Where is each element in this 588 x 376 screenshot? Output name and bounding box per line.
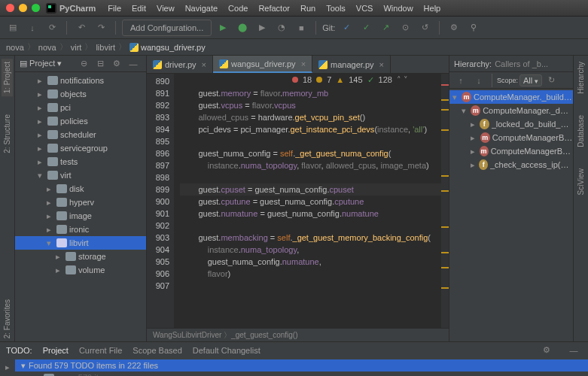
hierarchy-item[interactable]: ▸mComputeManagerBuild — [449, 131, 573, 144]
hierarchy-item[interactable]: ▾mComputeManager._do_bui — [449, 104, 573, 117]
search-icon[interactable]: ⚲ — [465, 20, 482, 36]
tree-arrow-icon[interactable]: ▸ — [38, 117, 45, 126]
open-file-icon[interactable]: ▤ — [5, 20, 21, 36]
breadcrumb-file[interactable]: wangsu_driver.py — [129, 43, 206, 52]
tree-arrow-icon[interactable]: ▸ — [47, 184, 54, 194]
hierarchy-item[interactable]: ▾mComputeManager._build_and — [449, 90, 573, 104]
tree-arrow-icon[interactable]: ▾ — [452, 92, 459, 102]
breadcrumb-item[interactable]: libvirt — [96, 43, 115, 52]
hierarchy-item[interactable]: ▸mComputeManagerBuildIns — [449, 144, 573, 158]
menu-refactor[interactable]: Refactor — [254, 2, 294, 14]
menu-window[interactable]: Window — [379, 2, 417, 14]
todo-tab[interactable]: Scope Based — [133, 346, 181, 355]
project-collapse-icon[interactable]: ⊟ — [92, 56, 108, 72]
git-push-icon[interactable]: ↗ — [377, 20, 394, 36]
menu-edit[interactable]: Edit — [127, 2, 151, 14]
todo-tab[interactable]: Current File — [79, 346, 122, 355]
tree-arrow-icon[interactable]: ▾ — [462, 106, 468, 116]
project-tree-item[interactable]: ▸policies — [15, 114, 146, 128]
tree-arrow-icon[interactable]: ▾ — [33, 373, 41, 377]
undo-icon[interactable]: ↶ — [73, 20, 90, 36]
menu-file[interactable]: File — [103, 2, 126, 14]
git-rollback-icon[interactable]: ↺ — [416, 20, 433, 36]
project-tree-item[interactable]: ▸objects — [15, 87, 146, 101]
tree-arrow-icon[interactable]: ▸ — [38, 76, 45, 86]
close-tab-icon[interactable]: × — [379, 60, 384, 69]
error-stripe[interactable] — [441, 74, 449, 328]
tree-arrow-icon[interactable]: ▸ — [56, 252, 63, 262]
editor-tab[interactable]: manager.py× — [312, 56, 391, 73]
project-tree-item[interactable]: ▾virt — [15, 168, 146, 182]
todo-tree-item[interactable]: ▾nova 579 items — [15, 371, 588, 376]
editor-tab[interactable]: wangsu_driver.py× — [213, 56, 312, 73]
close-window[interactable] — [6, 4, 14, 12]
tree-arrow-icon[interactable]: ▸ — [38, 144, 45, 153]
tree-arrow-icon[interactable]: ▸ — [38, 89, 45, 99]
save-icon[interactable]: ↓ — [24, 20, 41, 36]
menu-tools[interactable]: Tools — [321, 2, 350, 14]
project-tree-item[interactable]: ▸image — [15, 209, 146, 223]
todo-hide-icon[interactable]: — — [565, 342, 582, 359]
chevron-down-icon[interactable]: ▾ — [21, 361, 26, 371]
tree-arrow-icon[interactable]: ▸ — [38, 157, 45, 167]
run-icon[interactable]: ▶ — [215, 20, 231, 36]
project-settings-icon[interactable]: ⊖ — [75, 56, 92, 72]
add-configuration-button[interactable]: Add Configuration... — [122, 20, 212, 36]
tree-arrow-icon[interactable]: ▸ — [56, 265, 63, 275]
todo-tab[interactable]: Default Changelist — [193, 346, 260, 355]
tree-arrow-icon[interactable]: ▸ — [47, 211, 54, 221]
git-commit-icon[interactable]: ✓ — [358, 20, 374, 36]
breadcrumb-item[interactable]: nova — [6, 43, 24, 52]
tree-arrow-icon[interactable]: ▸ — [471, 160, 477, 170]
project-tree-item[interactable]: ▸disk — [15, 182, 146, 196]
tree-arrow-icon[interactable]: ▸ — [38, 130, 45, 140]
todo-gear-icon[interactable]: ⚙ — [538, 342, 555, 359]
right-tab-database[interactable]: Database — [575, 112, 586, 150]
todo-tab[interactable]: Project — [43, 346, 69, 355]
project-hide-icon[interactable]: — — [125, 56, 142, 72]
menu-run[interactable]: Run — [296, 2, 320, 14]
breadcrumb-item[interactable]: virt — [71, 43, 82, 52]
inspection-banner[interactable]: 18 7 ▲145 ✓128 ˄ ˅ — [292, 74, 408, 86]
coverage-icon[interactable]: ▶ — [254, 20, 270, 36]
project-tree-item[interactable]: ▾libvirt — [15, 236, 146, 250]
refresh-icon[interactable]: ⟳ — [44, 20, 60, 36]
tree-arrow-icon[interactable]: ▸ — [47, 225, 54, 235]
menu-view[interactable]: View — [152, 2, 179, 14]
debug-icon[interactable]: ⬤ — [234, 20, 251, 36]
right-tab-hierarchy[interactable]: Hierarchy — [575, 59, 586, 97]
hierarchy-item[interactable]: ▸f_check_access_ip(mock_n — [449, 158, 573, 171]
right-tab-sciview[interactable]: SciView — [575, 165, 586, 198]
hier-callee-icon[interactable]: ↓ — [471, 72, 487, 89]
menu-vcs[interactable]: VCS — [352, 2, 378, 14]
menu-code[interactable]: Code — [224, 2, 252, 14]
project-tree-item[interactable]: ▸pci — [15, 101, 146, 114]
tree-arrow-icon[interactable]: ▸ — [471, 133, 478, 143]
project-tree-item[interactable]: ▸hyperv — [15, 196, 146, 209]
scope-select[interactable]: All ▾ — [519, 74, 542, 86]
tree-arrow-icon[interactable]: ▸ — [471, 120, 477, 129]
tree-arrow-icon[interactable]: ▸ — [471, 147, 477, 156]
git-history-icon[interactable]: ⊙ — [397, 20, 413, 36]
project-tree-item[interactable]: ▸notifications — [15, 74, 146, 87]
gutter[interactable]: 8908918928938948958968978988999009019029… — [147, 74, 174, 328]
close-tab-icon[interactable]: × — [301, 59, 306, 68]
editor-tab[interactable]: driver.py× — [147, 56, 213, 73]
breadcrumb-item[interactable]: nova — [38, 43, 56, 52]
project-tree-item[interactable]: ▸servicegroup — [15, 141, 146, 155]
left-tab-structure[interactable]: 2: Structure — [2, 111, 13, 156]
minimize-window[interactable] — [19, 4, 27, 12]
tree-arrow-icon[interactable]: ▸ — [38, 103, 45, 113]
tree-arrow-icon[interactable]: ▸ — [47, 198, 54, 208]
git-update-icon[interactable]: ✓ — [338, 20, 355, 36]
menu-help[interactable]: Help — [419, 2, 446, 14]
stop-icon[interactable]: ■ — [293, 20, 309, 36]
project-tree-item[interactable]: ▸tests — [15, 155, 146, 168]
code-area[interactable]: 18 7 ▲145 ✓128 ˄ ˅ guest.memory = flavor… — [174, 74, 441, 328]
hier-refresh-icon[interactable]: ↻ — [544, 72, 560, 89]
todo-summary[interactable]: Found 579 TODO items in 222 files — [29, 361, 158, 370]
hier-caller-icon[interactable]: ↑ — [452, 72, 469, 89]
hierarchy-item[interactable]: ▸f_locked_do_build_and_r — [449, 117, 573, 131]
profile-icon[interactable]: ◔ — [273, 20, 290, 36]
menu-navigate[interactable]: Navigate — [181, 2, 222, 14]
